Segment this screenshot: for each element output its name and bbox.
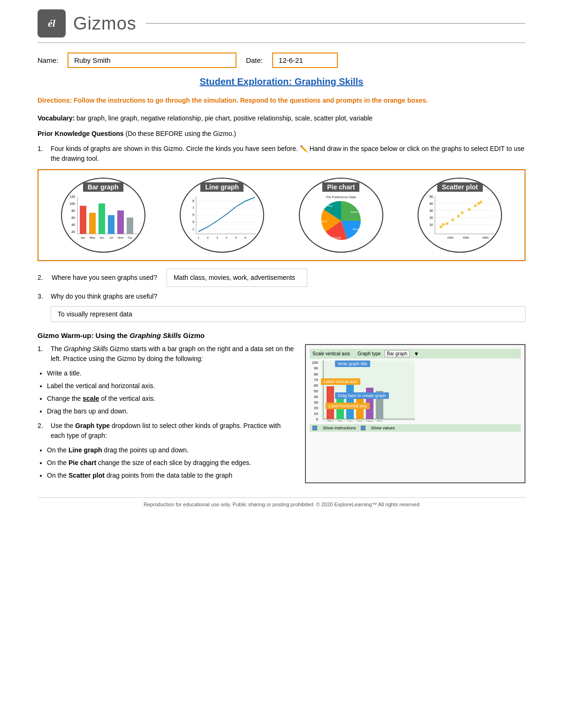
name-input[interactable] — [68, 53, 236, 68]
bullet-1-3: Change the scale of the vertical axis. — [47, 394, 296, 404]
gizmo-top-bar: Scale vertical axis Graph type Bar graph… — [310, 349, 521, 359]
date-input[interactable] — [272, 53, 338, 68]
svg-text:Pecan: Pecan — [319, 220, 327, 223]
warmup-layout: 1. The Graphing Skills Gizmo starts with… — [38, 344, 525, 483]
header-divider — [146, 23, 525, 24]
warmup-title-italic: Graphing Skills — [129, 331, 181, 339]
svg-text:Hmn: Hmn — [117, 236, 123, 239]
show-instructions-label: Show instructions — [323, 426, 356, 430]
dropdown-arrow-icon[interactable]: ▼ — [413, 351, 419, 357]
prior-label: Prior Knowledge Questions — [38, 130, 124, 137]
svg-text:30: 30 — [429, 209, 433, 212]
svg-rect-9 — [89, 213, 96, 234]
graphs-container: Bar graph 120 100 80 60 40 20 — [38, 169, 525, 261]
wq2-text: Use the Graph type dropdown list to sele… — [51, 421, 296, 441]
vocab-section: Vocabulary: bar graph, line graph, negat… — [38, 113, 525, 123]
drag-bars-btn[interactable]: Drag bars to create graph — [335, 392, 389, 398]
q2-number: 2. — [38, 273, 47, 283]
gizmo-bar-svg: Che Ele Har Hrs Hmn Ost — [321, 360, 415, 421]
svg-text:4000: 4000 — [463, 236, 470, 239]
svg-text:Oct: Oct — [128, 236, 132, 239]
pie-chart-circle: Pie chart Pie Preference Data Apple — [299, 178, 383, 253]
q3-answer[interactable]: To visually represent data — [51, 306, 525, 322]
warmup-title-pre: Gizmo Warm-up: Using the — [38, 331, 128, 339]
svg-text:5: 5 — [236, 236, 237, 239]
y-axis: 100 90 80 70 60 50 40 30 20 10 0 — [310, 360, 319, 421]
svg-text:Har: Har — [347, 420, 353, 421]
svg-text:Other: Other — [326, 204, 333, 207]
bullet-1-4: Drag the bars up and down. — [47, 406, 296, 416]
bullet-2-2: On the Pie chart change the size of each… — [47, 458, 296, 468]
q3-text: Why do you think graphs are useful? — [51, 292, 157, 301]
question-1: 1. Four kinds of graphs are shown in thi… — [38, 144, 525, 164]
svg-text:2000: 2000 — [448, 236, 454, 239]
svg-rect-11 — [108, 215, 114, 234]
svg-point-62 — [457, 215, 460, 218]
bar-graph-svg: 120 100 80 60 40 20 Apr May Jun — [68, 192, 138, 243]
footer: Reproduction for educational use only. P… — [38, 497, 525, 507]
bullet-2-3: On the Scatter plot drag points from the… — [47, 471, 296, 480]
svg-text:1: 1 — [198, 236, 200, 239]
bullet-2-1: On the Line graph drag the points up and… — [47, 445, 296, 455]
gizmo-screenshot: Scale vertical axis Graph type Bar graph… — [305, 344, 525, 483]
svg-text:9: 9 — [192, 199, 194, 203]
svg-rect-10 — [99, 203, 105, 234]
svg-text:Hrs: Hrs — [358, 420, 363, 421]
svg-text:Ele: Ele — [338, 420, 342, 421]
line-graph-item: Line graph 9 7 5 3 1 — [180, 178, 264, 253]
svg-text:6: 6 — [245, 236, 247, 239]
bar-graph-label: Bar graph — [83, 182, 123, 192]
vocab-label: Vocabulary: — [38, 114, 75, 122]
prior-knowledge-header: Prior Knowledge Questions (Do these BEFO… — [38, 130, 525, 137]
scale-label: Scale vertical axis — [312, 351, 350, 356]
warmup-title-end: Gizmo — [183, 331, 205, 339]
bars-area: Write graph title Label vertical axis Dr… — [321, 360, 521, 422]
bar-graph-item: Bar graph 120 100 80 60 40 20 — [61, 178, 145, 253]
svg-text:Ost: Ost — [377, 420, 382, 421]
warmup-q1: 1. The Graphing Skills Gizmo starts with… — [38, 344, 296, 364]
svg-text:3: 3 — [192, 220, 194, 224]
warmup-bullets-2: On the Line graph drag the points up and… — [47, 445, 296, 480]
svg-point-61 — [451, 218, 454, 221]
header: él Gizmos — [38, 9, 525, 43]
graph-type-value[interactable]: Bar graph — [385, 350, 410, 357]
svg-point-67 — [442, 223, 445, 226]
svg-text:7: 7 — [254, 236, 256, 239]
warmup-q2: 2. Use the Graph type dropdown list to s… — [38, 421, 296, 441]
warmup-title: Gizmo Warm-up: Using the Graphing Skills… — [38, 331, 525, 339]
warmup-left: 1. The Graphing Skills Gizmo starts with… — [38, 344, 296, 483]
chart-area: 100 90 80 70 60 50 40 30 20 10 0 — [310, 360, 521, 422]
svg-text:1: 1 — [192, 227, 194, 231]
footer-text: Reproduction for educational use only. P… — [144, 502, 419, 507]
q1-text: Four kinds of graphs are shown in this G… — [51, 144, 525, 164]
svg-text:Pumpki: Pumpki — [332, 236, 341, 239]
q2-text: Where have you seen graphs used? — [52, 273, 157, 283]
svg-text:Hmn: Hmn — [366, 420, 373, 421]
bullet-1-1: Write a title. — [47, 368, 296, 378]
line-graph-label: Line graph — [200, 182, 243, 192]
pie-chart-svg: Pie Preference Data Apple Bluen Pumpki — [306, 192, 376, 243]
svg-rect-12 — [117, 210, 124, 234]
svg-text:80: 80 — [71, 209, 75, 212]
app-title: Gizmos — [73, 14, 137, 34]
label-vertical-btn[interactable]: Label vertical axis — [321, 378, 360, 384]
svg-point-59 — [440, 225, 442, 228]
show-instructions-checkbox[interactable] — [312, 426, 317, 430]
prior-subtitle: (Do these BEFORE using the Gizmo.) — [125, 130, 236, 137]
q2-answer[interactable]: Math class, movies, work, advertisements — [167, 269, 307, 287]
label-horizontal-btn[interactable]: Label horizontal axis — [326, 403, 370, 408]
svg-point-68 — [477, 202, 480, 205]
svg-text:Apple: Apple — [350, 210, 358, 213]
line-graph-circle: Line graph 9 7 5 3 1 — [180, 178, 264, 253]
svg-text:4: 4 — [226, 236, 228, 239]
question-2: 2. Where have you seen graphs used? Math… — [38, 269, 525, 287]
directions: Directions: Follow the instructions to g… — [38, 96, 525, 105]
svg-text:Bluen: Bluen — [353, 228, 360, 231]
svg-rect-74 — [346, 380, 354, 419]
warmup-bullets-1: Write a title. Label the vertical and ho… — [47, 368, 296, 416]
show-values-checkbox[interactable] — [361, 426, 365, 430]
write-title-btn[interactable]: Write graph title — [335, 360, 370, 366]
svg-text:6000: 6000 — [483, 236, 489, 239]
svg-text:Jun: Jun — [99, 236, 104, 239]
svg-point-63 — [461, 211, 464, 214]
